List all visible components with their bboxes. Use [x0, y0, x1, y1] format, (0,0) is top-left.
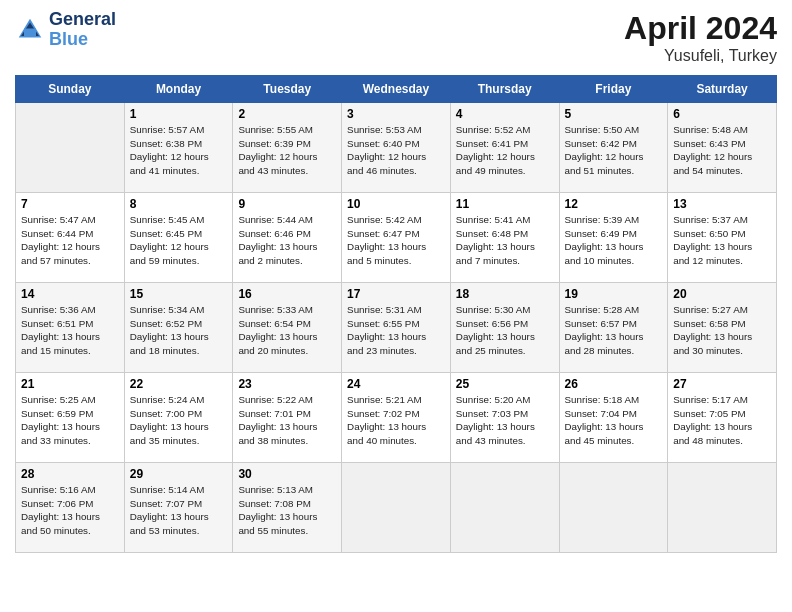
calendar-cell: 16Sunrise: 5:33 AMSunset: 6:54 PMDayligh… — [233, 283, 342, 373]
logo-line1: General — [49, 10, 116, 30]
day-number: 26 — [565, 377, 663, 391]
location: Yusufeli, Turkey — [624, 47, 777, 65]
calendar-cell: 8Sunrise: 5:45 AMSunset: 6:45 PMDaylight… — [124, 193, 233, 283]
week-row-2: 7Sunrise: 5:47 AMSunset: 6:44 PMDaylight… — [16, 193, 777, 283]
day-info: Sunrise: 5:45 AMSunset: 6:45 PMDaylight:… — [130, 213, 228, 268]
page-header: General Blue April 2024 Yusufeli, Turkey — [15, 10, 777, 65]
day-info: Sunrise: 5:28 AMSunset: 6:57 PMDaylight:… — [565, 303, 663, 358]
day-info: Sunrise: 5:22 AMSunset: 7:01 PMDaylight:… — [238, 393, 336, 448]
day-info: Sunrise: 5:16 AMSunset: 7:06 PMDaylight:… — [21, 483, 119, 538]
calendar-cell — [342, 463, 451, 553]
calendar-cell: 26Sunrise: 5:18 AMSunset: 7:04 PMDayligh… — [559, 373, 668, 463]
calendar-cell: 7Sunrise: 5:47 AMSunset: 6:44 PMDaylight… — [16, 193, 125, 283]
day-info: Sunrise: 5:17 AMSunset: 7:05 PMDaylight:… — [673, 393, 771, 448]
calendar-cell: 2Sunrise: 5:55 AMSunset: 6:39 PMDaylight… — [233, 103, 342, 193]
day-number: 18 — [456, 287, 554, 301]
day-number: 17 — [347, 287, 445, 301]
logo: General Blue — [15, 10, 116, 50]
day-number: 7 — [21, 197, 119, 211]
calendar-cell: 5Sunrise: 5:50 AMSunset: 6:42 PMDaylight… — [559, 103, 668, 193]
day-number: 29 — [130, 467, 228, 481]
title-block: April 2024 Yusufeli, Turkey — [624, 10, 777, 65]
day-info: Sunrise: 5:20 AMSunset: 7:03 PMDaylight:… — [456, 393, 554, 448]
day-number: 15 — [130, 287, 228, 301]
day-number: 10 — [347, 197, 445, 211]
day-number: 11 — [456, 197, 554, 211]
weekday-header-friday: Friday — [559, 76, 668, 103]
calendar-cell: 28Sunrise: 5:16 AMSunset: 7:06 PMDayligh… — [16, 463, 125, 553]
day-number: 1 — [130, 107, 228, 121]
day-number: 25 — [456, 377, 554, 391]
day-info: Sunrise: 5:44 AMSunset: 6:46 PMDaylight:… — [238, 213, 336, 268]
day-info: Sunrise: 5:39 AMSunset: 6:49 PMDaylight:… — [565, 213, 663, 268]
calendar-cell: 11Sunrise: 5:41 AMSunset: 6:48 PMDayligh… — [450, 193, 559, 283]
day-info: Sunrise: 5:14 AMSunset: 7:07 PMDaylight:… — [130, 483, 228, 538]
day-info: Sunrise: 5:41 AMSunset: 6:48 PMDaylight:… — [456, 213, 554, 268]
calendar-cell: 14Sunrise: 5:36 AMSunset: 6:51 PMDayligh… — [16, 283, 125, 373]
day-number: 21 — [21, 377, 119, 391]
day-info: Sunrise: 5:18 AMSunset: 7:04 PMDaylight:… — [565, 393, 663, 448]
logo-icon — [15, 15, 45, 45]
day-info: Sunrise: 5:31 AMSunset: 6:55 PMDaylight:… — [347, 303, 445, 358]
calendar-cell: 9Sunrise: 5:44 AMSunset: 6:46 PMDaylight… — [233, 193, 342, 283]
calendar-cell: 1Sunrise: 5:57 AMSunset: 6:38 PMDaylight… — [124, 103, 233, 193]
weekday-header-row: SundayMondayTuesdayWednesdayThursdayFrid… — [16, 76, 777, 103]
day-info: Sunrise: 5:55 AMSunset: 6:39 PMDaylight:… — [238, 123, 336, 178]
day-number: 19 — [565, 287, 663, 301]
calendar-cell: 29Sunrise: 5:14 AMSunset: 7:07 PMDayligh… — [124, 463, 233, 553]
weekday-header-saturday: Saturday — [668, 76, 777, 103]
week-row-1: 1Sunrise: 5:57 AMSunset: 6:38 PMDaylight… — [16, 103, 777, 193]
day-number: 23 — [238, 377, 336, 391]
day-info: Sunrise: 5:52 AMSunset: 6:41 PMDaylight:… — [456, 123, 554, 178]
calendar-cell: 21Sunrise: 5:25 AMSunset: 6:59 PMDayligh… — [16, 373, 125, 463]
day-number: 12 — [565, 197, 663, 211]
day-info: Sunrise: 5:57 AMSunset: 6:38 PMDaylight:… — [130, 123, 228, 178]
weekday-header-monday: Monday — [124, 76, 233, 103]
calendar-cell: 19Sunrise: 5:28 AMSunset: 6:57 PMDayligh… — [559, 283, 668, 373]
day-number: 2 — [238, 107, 336, 121]
calendar-cell: 15Sunrise: 5:34 AMSunset: 6:52 PMDayligh… — [124, 283, 233, 373]
day-info: Sunrise: 5:53 AMSunset: 6:40 PMDaylight:… — [347, 123, 445, 178]
calendar-table: SundayMondayTuesdayWednesdayThursdayFrid… — [15, 75, 777, 553]
week-row-5: 28Sunrise: 5:16 AMSunset: 7:06 PMDayligh… — [16, 463, 777, 553]
day-info: Sunrise: 5:36 AMSunset: 6:51 PMDaylight:… — [21, 303, 119, 358]
calendar-cell: 17Sunrise: 5:31 AMSunset: 6:55 PMDayligh… — [342, 283, 451, 373]
calendar-cell: 4Sunrise: 5:52 AMSunset: 6:41 PMDaylight… — [450, 103, 559, 193]
weekday-header-tuesday: Tuesday — [233, 76, 342, 103]
calendar-cell: 23Sunrise: 5:22 AMSunset: 7:01 PMDayligh… — [233, 373, 342, 463]
calendar-cell: 25Sunrise: 5:20 AMSunset: 7:03 PMDayligh… — [450, 373, 559, 463]
calendar-cell — [450, 463, 559, 553]
calendar-cell: 18Sunrise: 5:30 AMSunset: 6:56 PMDayligh… — [450, 283, 559, 373]
calendar-cell: 22Sunrise: 5:24 AMSunset: 7:00 PMDayligh… — [124, 373, 233, 463]
day-number: 16 — [238, 287, 336, 301]
week-row-4: 21Sunrise: 5:25 AMSunset: 6:59 PMDayligh… — [16, 373, 777, 463]
day-info: Sunrise: 5:48 AMSunset: 6:43 PMDaylight:… — [673, 123, 771, 178]
day-number: 27 — [673, 377, 771, 391]
day-info: Sunrise: 5:50 AMSunset: 6:42 PMDaylight:… — [565, 123, 663, 178]
month-year: April 2024 — [624, 10, 777, 47]
day-number: 30 — [238, 467, 336, 481]
day-number: 8 — [130, 197, 228, 211]
calendar-cell: 3Sunrise: 5:53 AMSunset: 6:40 PMDaylight… — [342, 103, 451, 193]
day-number: 22 — [130, 377, 228, 391]
day-number: 6 — [673, 107, 771, 121]
day-info: Sunrise: 5:13 AMSunset: 7:08 PMDaylight:… — [238, 483, 336, 538]
calendar-cell: 13Sunrise: 5:37 AMSunset: 6:50 PMDayligh… — [668, 193, 777, 283]
day-info: Sunrise: 5:25 AMSunset: 6:59 PMDaylight:… — [21, 393, 119, 448]
calendar-cell: 10Sunrise: 5:42 AMSunset: 6:47 PMDayligh… — [342, 193, 451, 283]
calendar-cell: 27Sunrise: 5:17 AMSunset: 7:05 PMDayligh… — [668, 373, 777, 463]
day-number: 5 — [565, 107, 663, 121]
logo-line2: Blue — [49, 30, 116, 50]
day-info: Sunrise: 5:24 AMSunset: 7:00 PMDaylight:… — [130, 393, 228, 448]
weekday-header-sunday: Sunday — [16, 76, 125, 103]
day-number: 28 — [21, 467, 119, 481]
calendar-cell: 6Sunrise: 5:48 AMSunset: 6:43 PMDaylight… — [668, 103, 777, 193]
day-number: 13 — [673, 197, 771, 211]
day-info: Sunrise: 5:42 AMSunset: 6:47 PMDaylight:… — [347, 213, 445, 268]
day-number: 14 — [21, 287, 119, 301]
calendar-cell — [559, 463, 668, 553]
calendar-cell: 30Sunrise: 5:13 AMSunset: 7:08 PMDayligh… — [233, 463, 342, 553]
calendar-body: 1Sunrise: 5:57 AMSunset: 6:38 PMDaylight… — [16, 103, 777, 553]
day-number: 4 — [456, 107, 554, 121]
day-info: Sunrise: 5:21 AMSunset: 7:02 PMDaylight:… — [347, 393, 445, 448]
